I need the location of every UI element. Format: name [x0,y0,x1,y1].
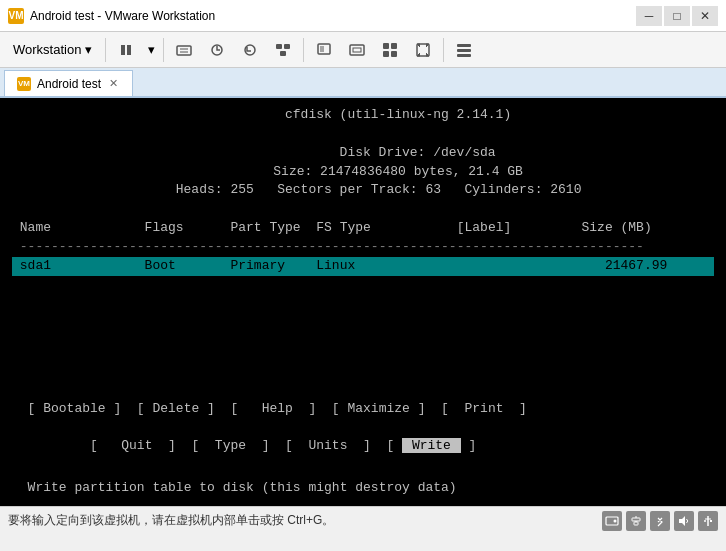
svg-rect-14 [383,43,389,49]
col-headers: Name Flags Part Type FS Type [Label] Siz… [12,219,714,238]
bottom-bar: 要将输入定向到该虚拟机，请在虚拟机内部单击或按 Ctrl+G。 [0,506,726,534]
svg-rect-8 [284,44,290,49]
svg-rect-25 [632,518,640,521]
app-icon: VM [8,8,24,24]
workstation-label: Workstation [13,42,81,57]
svg-point-31 [704,520,706,522]
partition-row: sda1 Boot Primary Linux 21467.99 [12,257,714,276]
blank-1 [12,125,714,144]
terminal-actions: [ Bootable ] [ Delete ] [ Help ] [ Maxim… [12,400,714,475]
svg-rect-20 [457,49,471,52]
revert-button[interactable] [234,36,266,64]
cfdisk-header: cfdisk (util-linux-ng 2.14.1) [12,106,714,125]
separator: ----------------------------------------… [12,238,714,257]
action-row2-before-write: [ Quit ] [ Type ] [ Units ] [ [74,438,402,453]
preferences-button[interactable] [448,36,480,64]
toolbar-separator-2 [163,38,164,62]
action-row2-after-write: ] [461,438,477,453]
tab-bar: VM Android test ✕ [0,68,726,98]
dropdown-arrow-icon: ▾ [85,42,92,57]
network-icon [626,511,646,531]
svg-rect-1 [127,45,131,55]
blank-2 [12,200,714,219]
status-line: Write partition table to disk (this migh… [12,479,714,498]
revert-icon [241,41,259,59]
usb-icon [698,511,718,531]
terminal-spacer [12,276,714,400]
svg-rect-15 [391,43,397,49]
svg-rect-7 [276,44,282,49]
action-row-1: [ Bootable ] [ Delete ] [ Help ] [ Maxim… [12,400,714,419]
toolbar-separator-4 [443,38,444,62]
write-action-highlight[interactable]: Write [402,438,461,453]
pause-dropdown-arrow-icon: ▾ [148,42,155,57]
svg-marker-28 [679,516,685,526]
svg-point-23 [614,519,617,522]
unity-button[interactable] [374,36,406,64]
fullscreen-icon [348,41,366,59]
window-title: Android test - VMware Workstation [30,9,636,23]
toolbar-separator-1 [105,38,106,62]
svg-rect-16 [383,51,389,57]
minimize-button[interactable]: ─ [636,6,662,26]
snapshot-icon [208,41,226,59]
status-icons [602,511,718,531]
pause-button[interactable] [110,36,142,64]
status-text: 要将输入定向到该虚拟机，请在虚拟机内部单击或按 Ctrl+G。 [8,512,334,529]
manage-snapshots-button[interactable] [267,36,299,64]
snapshot-button[interactable] [201,36,233,64]
menu-bar: Workstation ▾ ▾ [0,32,726,68]
guest-view-icon [315,41,333,59]
autofit-button[interactable] [407,36,439,64]
svg-rect-24 [634,522,638,525]
svg-rect-17 [391,51,397,57]
svg-rect-32 [710,520,712,522]
maximize-button[interactable]: □ [664,6,690,26]
disk-geometry-line: Heads: 255 Sectors per Track: 63 Cylinde… [12,181,714,200]
svg-rect-11 [320,46,324,52]
pause-dropdown-button[interactable]: ▾ [143,36,159,64]
svg-rect-19 [457,44,471,47]
manage-snapshots-icon [274,41,292,59]
toolbar-separator-3 [303,38,304,62]
vm-screen[interactable]: cfdisk (util-linux-ng 2.14.1) Disk Drive… [0,98,726,506]
workstation-menu[interactable]: Workstation ▾ [4,37,101,62]
toolbar-group-view [308,36,439,64]
pause-icon [118,42,134,58]
svg-rect-2 [177,46,191,55]
preferences-icon [455,41,473,59]
title-bar: VM Android test - VMware Workstation ─ □… [0,0,726,32]
autofit-icon [414,41,432,59]
window-controls: ─ □ ✕ [636,6,718,26]
close-button[interactable]: ✕ [692,6,718,26]
hdd-icon [602,511,622,531]
fullscreen-button[interactable] [341,36,373,64]
guest-view-button[interactable] [308,36,340,64]
sound-icon [674,511,694,531]
svg-rect-13 [353,48,361,52]
tab-close-button[interactable]: ✕ [107,77,120,90]
svg-rect-9 [280,51,286,56]
tab-label: Android test [37,77,101,91]
action-row-2: [ Quit ] [ Type ] [ Units ] [ Write ] [12,419,714,476]
android-test-tab[interactable]: VM Android test ✕ [4,70,133,96]
svg-rect-12 [350,45,364,55]
bluetooth-icon [650,511,670,531]
unity-icon [381,41,399,59]
tab-vm-icon: VM [17,77,31,91]
svg-rect-0 [121,45,125,55]
disk-size-line: Size: 21474836480 bytes, 21.4 GB [12,163,714,182]
keyboard-icon [175,41,193,59]
svg-rect-21 [457,54,471,57]
send-ctrl-alt-del-button[interactable] [168,36,200,64]
toolbar-group-playback: ▾ [110,36,159,64]
disk-drive-line: Disk Drive: /dev/sda [12,144,714,163]
terminal-content: cfdisk (util-linux-ng 2.14.1) Disk Drive… [12,106,714,498]
toolbar-group-vm [168,36,299,64]
